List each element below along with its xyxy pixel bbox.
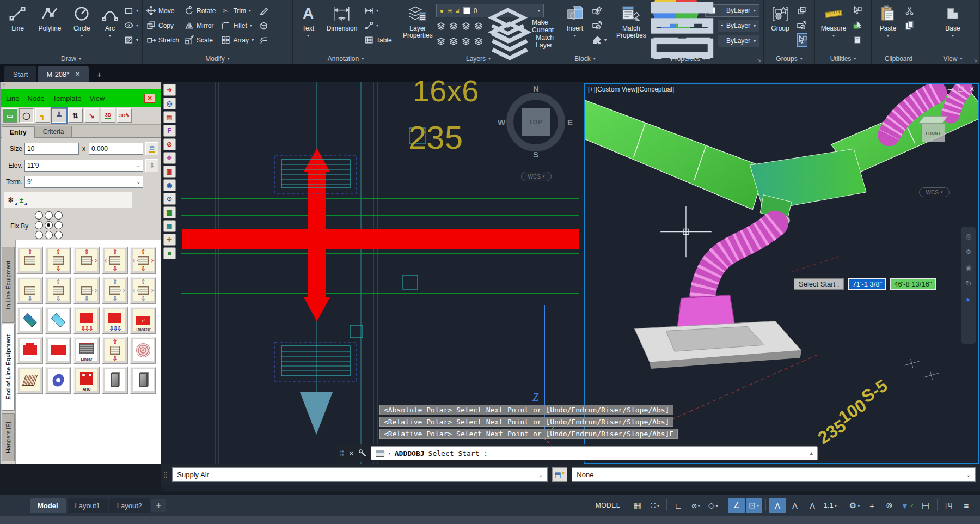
isometric-drafting-toggle[interactable]: ◇▾ xyxy=(705,498,721,513)
duct-shape-button[interactable]: ▤ xyxy=(145,142,158,155)
grid-display-tool[interactable]: ▦ xyxy=(163,206,176,218)
isolate-objects-toggle[interactable]: ▼✓ xyxy=(899,498,916,513)
line-button[interactable]: Line xyxy=(4,3,32,32)
layer-off-icon[interactable] xyxy=(436,22,446,31)
side-unit-button[interactable] xyxy=(45,337,71,364)
recent-commands-icon[interactable]: ▲ xyxy=(810,450,813,456)
define-attributes-button[interactable]: ▾ xyxy=(592,33,607,47)
route-tool[interactable]: ➜ xyxy=(163,84,176,96)
show-motion-icon[interactable]: ▸ xyxy=(967,295,971,303)
layer-properties-button[interactable]: Layer Properties xyxy=(403,3,433,39)
diffuser-3d-light-button[interactable] xyxy=(45,307,71,334)
paste-button[interactable]: Paste▾ xyxy=(875,3,901,38)
selection-filtering-toggle[interactable]: ⊚ xyxy=(881,498,898,513)
grille-return-rightdownup-button[interactable]: ⇨⇩⇧ xyxy=(102,277,128,304)
edit-block-button[interactable] xyxy=(592,19,607,32)
linear-grille-button[interactable]: Linear xyxy=(74,337,100,364)
slope-tool[interactable]: ↘ xyxy=(84,108,99,123)
wcs-menu-3d[interactable]: WCS▾ xyxy=(919,187,950,197)
quick-calculator-button[interactable] xyxy=(853,33,862,47)
grille-return-all-button[interactable]: ⇨⇩⇧⇦ xyxy=(130,277,156,304)
group-selection-toggle[interactable] xyxy=(797,33,807,47)
fillet-button[interactable]: Fillet▾ xyxy=(221,19,254,32)
rooftop-unit-button[interactable] xyxy=(17,337,43,364)
command-drag-handle[interactable]: ⣿ xyxy=(340,450,345,457)
louver-b-button[interactable] xyxy=(130,367,156,394)
filter-dropdown[interactable]: None⌄ xyxy=(572,467,976,482)
exhaust-blue-arrows-button[interactable]: ⇩⇩⇩ xyxy=(102,307,128,334)
orbit-icon[interactable]: ↻ xyxy=(966,279,972,288)
circle-button[interactable]: Circle▾ xyxy=(68,3,96,38)
full-navigation-wheel-icon[interactable]: ◎ xyxy=(965,232,971,240)
cut-button[interactable] xyxy=(905,4,914,17)
spiral-diffuser-button[interactable] xyxy=(130,337,156,364)
arc-button[interactable]: Arc▾ xyxy=(100,3,120,38)
annotation-scale-indicator-toggle[interactable]: Λ xyxy=(804,498,820,513)
system-definition-button[interactable]: ▤★ xyxy=(552,467,567,482)
object-snap-toggle[interactable]: ⊡▾ xyxy=(746,498,762,513)
tab-model[interactable]: Model xyxy=(30,498,66,513)
grille-supply-upright-button[interactable]: ⇧⇨ xyxy=(74,247,100,274)
3d-add-tool[interactable]: 3D xyxy=(101,108,115,123)
rotate-button[interactable]: Rotate xyxy=(185,4,216,17)
group-button[interactable]: Group xyxy=(768,3,793,32)
orbit-tool[interactable]: ⊙ xyxy=(163,193,176,205)
viewport-restore-icon[interactable]: ❐ xyxy=(958,86,964,93)
3d-edit-tool[interactable]: 3D✎ xyxy=(117,108,132,123)
snap-grid-tool[interactable]: ▩ xyxy=(163,220,176,232)
tab-layout1[interactable]: Layout1 xyxy=(68,498,108,513)
graphics-performance-toggle[interactable]: ▤ xyxy=(917,498,934,513)
fixby-point[interactable] xyxy=(35,211,43,220)
viewport-close-icon[interactable]: ✕ xyxy=(969,86,975,93)
palette-drag-handle[interactable]: ⠿ xyxy=(1,82,161,89)
diffuser-3d-dark-button[interactable] xyxy=(17,307,43,334)
viewcube-2d[interactable]: N S W E TOP xyxy=(500,86,572,158)
workspace-switching-toggle[interactable]: ⚙▾ xyxy=(847,498,863,513)
customize-wrench-icon[interactable] xyxy=(358,449,367,458)
toolbar-drag-handle[interactable]: ⣿ xyxy=(163,472,168,478)
louver-a-button[interactable] xyxy=(102,367,128,394)
rectangle-button[interactable]: ▾ xyxy=(124,4,138,17)
elevation-dropdown[interactable]: 11'9⌄ xyxy=(24,160,143,172)
fixby-point[interactable] xyxy=(35,221,43,229)
tab-hangers[interactable]: Hangers [E] xyxy=(2,413,15,461)
filter-button[interactable] xyxy=(17,367,43,394)
object-snap-tracking-toggle[interactable]: ∠ xyxy=(728,498,745,513)
palette-close-icon[interactable]: ✕ xyxy=(144,94,155,103)
fixby-point[interactable] xyxy=(54,221,63,229)
transfer-grille-button[interactable]: ⇄Transfer xyxy=(130,307,156,334)
color-mode-tool[interactable]: ■ xyxy=(163,247,176,259)
terminal-dropdown[interactable]: 9'⌄ xyxy=(24,176,143,188)
fill-off-tool[interactable]: ⊘ xyxy=(163,138,176,150)
wcs-menu[interactable]: WCS▾ xyxy=(521,172,552,181)
annotation-auto-scale-toggle[interactable]: Λ xyxy=(787,498,803,513)
create-block-button[interactable] xyxy=(592,4,607,17)
match-layer-button[interactable]: Match Layer xyxy=(536,34,554,49)
pattern-tool[interactable]: ❖ xyxy=(163,152,176,164)
panel-launcher-icon[interactable]: ↘ xyxy=(973,57,977,63)
copy-button[interactable]: Copy xyxy=(146,19,179,32)
splitter-tool[interactable]: ⇅ xyxy=(68,108,83,123)
viewport-minimize-icon[interactable]: ─ xyxy=(948,86,953,93)
grille-supply-upleftdown-button[interactable]: ⇧⇦⇩ xyxy=(102,247,128,274)
tab-start[interactable]: Start xyxy=(4,66,36,82)
explode-button[interactable] xyxy=(259,19,268,32)
mirror-button[interactable]: Mirror xyxy=(185,19,216,32)
modify-panel-title[interactable]: Modify▾ xyxy=(143,53,292,64)
dynamic-input-y[interactable]: 46'-8 13/16" xyxy=(890,278,935,290)
navigation-bar[interactable]: ◎ ✥ ◉ ↻ ▸ xyxy=(961,227,976,344)
options-tool[interactable]: ✛ xyxy=(163,234,176,246)
grille-return-downright-button[interactable]: ⇩⇨ xyxy=(74,277,100,304)
tab-criteria[interactable]: Criteria xyxy=(35,126,72,137)
linetype-dropdown[interactable]: ByLayer▾ xyxy=(718,35,759,47)
table-button[interactable]: Table xyxy=(364,33,392,47)
fixby-point-selected[interactable] xyxy=(45,221,53,229)
layer-lock-icon[interactable] xyxy=(474,22,483,31)
zoom-window-tool[interactable]: ◎ xyxy=(163,98,176,109)
dimension-linear-button[interactable]: ▾ xyxy=(364,4,392,17)
dimension-button[interactable]: Dimension xyxy=(324,3,360,32)
fixby-point[interactable] xyxy=(45,231,53,239)
erase-button[interactable] xyxy=(259,4,268,17)
customization-menu-toggle[interactable]: ≡ xyxy=(958,498,975,513)
layers-panel-title[interactable]: Layers▾ xyxy=(399,53,558,64)
